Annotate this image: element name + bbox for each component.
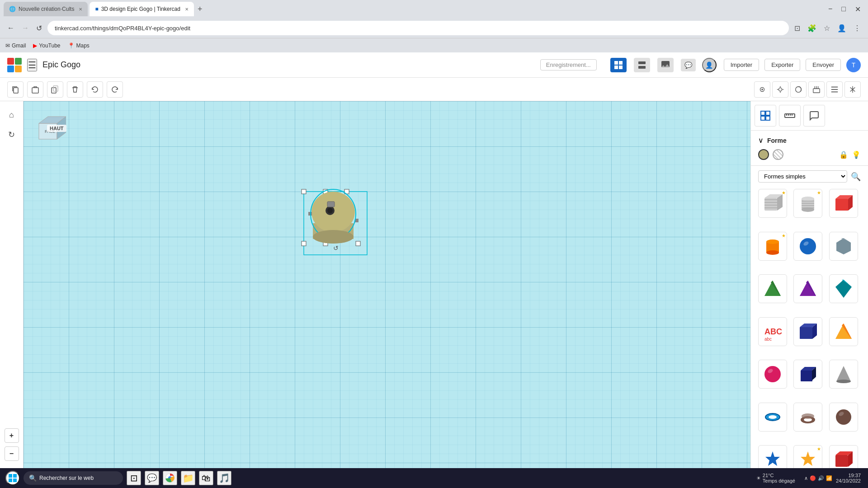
orientation-cube[interactable]: FACE HAUT	[34, 112, 66, 144]
import-button[interactable]: Importer	[724, 59, 759, 71]
address-input[interactable]	[47, 21, 789, 35]
send-button[interactable]: Envoyer	[806, 59, 841, 71]
tinkercad-logo[interactable]	[7, 58, 22, 72]
file-explorer-button[interactable]: 📁	[181, 471, 195, 485]
svg-rect-19	[813, 89, 820, 93]
extensions-icon[interactable]: 🧩	[806, 23, 818, 33]
window-minimize[interactable]: −	[825, 5, 836, 13]
shape-blue-torus[interactable]	[758, 403, 787, 432]
svg-point-49	[313, 230, 354, 244]
shape-cyan-diamond[interactable]	[829, 274, 858, 303]
undo-button[interactable]	[87, 81, 103, 98]
hamburger-menu[interactable]: ☰	[27, 59, 37, 71]
grid-lines-button[interactable]	[755, 105, 776, 127]
bookmark-maps[interactable]: 📍 Maps	[68, 42, 90, 49]
shape-gray-irregular[interactable]	[829, 232, 858, 261]
zoom-in-button[interactable]: +	[5, 428, 19, 443]
teams-button[interactable]: 💬	[145, 471, 159, 485]
bookmark-icon[interactable]: ☆	[822, 23, 832, 33]
camera-view-button[interactable]	[754, 81, 770, 98]
profile-icon[interactable]: 👤	[835, 23, 848, 33]
svg-rect-0	[614, 61, 618, 65]
mirror-button[interactable]	[844, 81, 861, 98]
start-button[interactable]	[5, 471, 20, 485]
window-close[interactable]: ✕	[851, 5, 864, 14]
gmail-icon: ✉	[5, 42, 10, 49]
shape-dark-blue-cube[interactable]	[793, 317, 822, 346]
shape-dark-blue-cube2[interactable]	[793, 360, 822, 389]
svg-rect-2	[614, 66, 618, 69]
music-button[interactable]: 🎵	[217, 471, 231, 485]
svg-rect-116	[9, 474, 12, 478]
shapes-grid: ★ ★	[751, 185, 868, 488]
shape-purple-pyramid[interactable]	[793, 274, 822, 303]
shape-yellow-pyramid[interactable]	[829, 317, 858, 346]
shape-orange-cylinder[interactable]: ★	[758, 232, 787, 261]
svg-marker-112	[801, 451, 815, 466]
tab-close-1[interactable]: ✕	[79, 7, 82, 12]
tab-favicon-2: ■	[95, 6, 98, 12]
chrome-button[interactable]	[163, 471, 177, 485]
shape-brown-torus[interactable]	[793, 403, 822, 432]
gallery-view-button[interactable]	[657, 58, 674, 72]
reload-button[interactable]: ↺	[34, 22, 44, 34]
store-button[interactable]: 🛍	[199, 471, 213, 485]
svg-rect-1	[619, 61, 623, 65]
cast-icon[interactable]: ⊡	[793, 23, 802, 33]
shape-blue-sphere[interactable]	[793, 232, 822, 261]
solid-color-circle[interactable]	[758, 149, 769, 160]
grid-view-button[interactable]	[610, 58, 627, 72]
svg-rect-98	[801, 371, 812, 381]
shapes-search-button[interactable]: 🔍	[851, 172, 861, 182]
paste-button[interactable]	[27, 81, 43, 98]
canvas-area[interactable]: FACE HAUT ↺	[24, 101, 750, 488]
delete-button[interactable]	[67, 81, 83, 98]
shape-brown-ball[interactable]	[829, 403, 858, 432]
bookmark-gmail[interactable]: ✉ Gmail	[5, 42, 26, 49]
back-button[interactable]: ←	[5, 22, 16, 34]
browser-menu-icon[interactable]: ⋮	[852, 23, 863, 33]
shape-pink-sphere[interactable]	[758, 360, 787, 389]
window-maximize[interactable]: □	[838, 5, 849, 13]
ruler-button[interactable]	[779, 105, 801, 127]
light-view-button[interactable]	[772, 81, 788, 98]
forme-chevron[interactable]: ∨	[758, 136, 764, 145]
shapes-dropdown[interactable]: Formes simples	[758, 170, 847, 183]
arrange-button[interactable]	[808, 81, 825, 98]
shape-green-pyramid[interactable]	[758, 274, 787, 303]
home-view-button[interactable]: ⌂	[4, 107, 20, 123]
forward-button[interactable]: →	[20, 22, 31, 34]
3d-object-container[interactable]: ↺	[290, 178, 381, 270]
hole-circle[interactable]	[773, 149, 783, 160]
chat-button[interactable]	[803, 105, 825, 127]
taskbar-search[interactable]: 🔍 Rechercher sur le web	[24, 471, 123, 485]
shape-gray-cone[interactable]	[829, 360, 858, 389]
shape-text[interactable]: ABC abc	[758, 317, 787, 346]
bookmark-youtube[interactable]: ▶ YouTube	[33, 42, 60, 49]
align-button[interactable]	[826, 81, 843, 98]
user-avatar[interactable]: T	[846, 58, 861, 72]
shape-tool-button[interactable]	[790, 81, 807, 98]
shape-red-cube[interactable]	[829, 189, 858, 218]
redo-button[interactable]	[107, 81, 123, 98]
copy-button[interactable]	[7, 81, 24, 98]
tab-inactive[interactable]: 🌐 Nouvelle création·Cults ✕	[4, 2, 88, 16]
new-tab-button[interactable]: +	[198, 5, 203, 14]
task-view-button[interactable]: ⊡	[127, 471, 141, 485]
taskbar: 🔍 Rechercher sur le web ⊡ 💬 📁 🛍 🎵 ☀ 21°C…	[0, 468, 868, 488]
share-button[interactable]: 💬	[681, 59, 696, 71]
svg-rect-118	[9, 479, 12, 482]
lock-icon-btn[interactable]: 🔒	[839, 150, 848, 159]
shape-striped-cube[interactable]: ★	[758, 189, 787, 218]
tab-active[interactable]: ■ 3D design Epic Gogo | Tinkercad ✕	[90, 2, 193, 16]
orbit-button[interactable]: ↻	[4, 127, 20, 143]
tab-close-2[interactable]: ✕	[185, 7, 189, 12]
export-button[interactable]: Exporter	[764, 59, 800, 71]
zoom-out-button[interactable]: −	[5, 446, 19, 461]
shape-striped-cylinder[interactable]: ★	[793, 189, 822, 218]
user-account-button[interactable]: 👤	[702, 58, 717, 72]
ruler-view-button[interactable]	[634, 58, 650, 72]
light-bulb-btn[interactable]: 💡	[852, 150, 861, 159]
main-toolbar	[0, 78, 868, 101]
duplicate-button[interactable]	[47, 81, 63, 98]
